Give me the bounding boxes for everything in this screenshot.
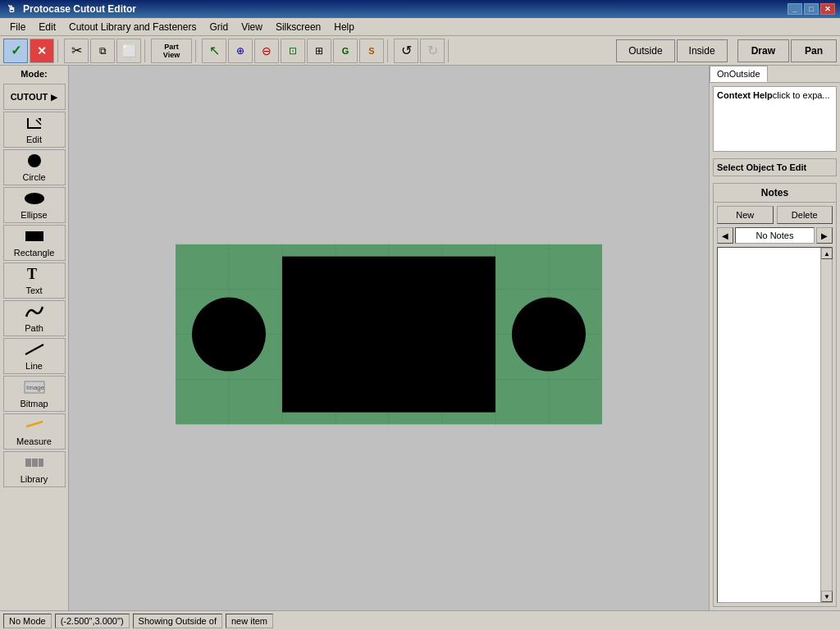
toolbar-sep-2: [144, 39, 148, 62]
cut-button[interactable]: ✂: [64, 39, 89, 63]
notes-controls: New Delete: [714, 203, 836, 227]
edit-icon: [25, 115, 44, 133]
menu-silkscreen[interactable]: Silkscreen: [269, 20, 327, 34]
confirm-button[interactable]: ✓: [3, 39, 28, 63]
tool-edit-label: Edit: [26, 135, 42, 144]
part-drawing: [176, 244, 602, 425]
zoom-out-button[interactable]: ⊖: [254, 39, 279, 63]
svg-rect-10: [25, 459, 31, 467]
path-icon: [23, 304, 46, 322]
mode-label: Mode:: [21, 69, 47, 79]
outside-button[interactable]: Outside: [616, 39, 674, 62]
maximize-button[interactable]: □: [804, 3, 819, 15]
svg-rect-24: [282, 257, 495, 413]
svg-text:Image: Image: [26, 384, 45, 391]
menu-grid[interactable]: Grid: [203, 20, 235, 34]
select-object-label: Select Object To Edit: [713, 158, 837, 176]
close-button[interactable]: ✕: [820, 3, 835, 15]
tool-library-label: Library: [21, 474, 48, 484]
left-toolbar: Mode: CUTOUT ▶ Edit Circle: [0, 66, 69, 610]
menu-file[interactable]: File: [3, 20, 32, 34]
tool-edit-button[interactable]: Edit: [3, 112, 66, 148]
window-controls: _ □ ✕: [788, 3, 835, 15]
part-view-label: Part: [164, 43, 179, 51]
tool-ellipse-button[interactable]: Ellipse: [3, 187, 66, 223]
mode-cutout-button[interactable]: CUTOUT ▶: [3, 84, 66, 110]
grid-size-button[interactable]: G: [333, 39, 358, 63]
app-icon: 🖱: [5, 2, 18, 16]
toolbar-sep-5: [448, 39, 451, 62]
scroll-down-button[interactable]: ▼: [821, 591, 833, 602]
main-area: Mode: CUTOUT ▶ Edit Circle: [0, 66, 840, 610]
rectangle-icon: [23, 228, 46, 246]
tool-text-label: Text: [25, 285, 42, 295]
draw-button[interactable]: Draw: [737, 39, 789, 62]
tool-line-label: Line: [25, 361, 43, 371]
menu-bar: File Edit Cutout Library and Fasteners G…: [0, 18, 840, 36]
toolbar: ✓ ✕ ✂ ⧉ ⬜ Part View ↖ ⊕ ⊖ ⊡ ⊞ G S ↺ ↻ Ou…: [0, 36, 840, 66]
redo-button[interactable]: ↻: [420, 39, 445, 63]
tool-library-button[interactable]: Library: [3, 451, 66, 487]
scroll-up-button[interactable]: ▲: [821, 248, 833, 259]
svg-marker-0: [38, 118, 41, 121]
svg-rect-4: [25, 231, 43, 241]
notes-delete-button[interactable]: Delete: [777, 206, 833, 224]
toolbar-sep-4: [387, 39, 390, 62]
status-mode: No Mode: [3, 614, 52, 628]
paste-button[interactable]: ⬜: [116, 39, 141, 63]
notes-panel: Notes New Delete ◀ No Notes ▶ ▲ ▼: [713, 183, 837, 607]
inside-button[interactable]: Inside: [677, 39, 728, 62]
tool-measure-button[interactable]: Measure: [3, 413, 66, 450]
svg-text:T: T: [27, 266, 37, 282]
pointer-button[interactable]: ↖: [202, 39, 226, 63]
tool-circle-button[interactable]: Circle: [3, 149, 66, 185]
tool-line-button[interactable]: Line: [3, 338, 66, 374]
tool-rectangle-label: Rectangle: [14, 248, 55, 258]
minimize-button[interactable]: _: [788, 3, 802, 15]
measure-icon: [23, 417, 46, 435]
context-help-panel[interactable]: Context Helpclick to expa...: [713, 86, 837, 152]
pan-button[interactable]: Pan: [791, 39, 837, 62]
text-icon: T: [25, 266, 44, 284]
zoom-region-button[interactable]: ⊕: [228, 39, 253, 63]
status-bar: No Mode (-2.500",3.000") Showing Outside…: [0, 610, 840, 630]
menu-view[interactable]: View: [235, 20, 269, 34]
notes-title: Notes: [714, 184, 836, 203]
snap-button[interactable]: S: [359, 39, 384, 63]
menu-edit[interactable]: Edit: [32, 20, 62, 34]
status-showing: Showing Outside of: [133, 614, 222, 628]
part-view-button[interactable]: Part View: [151, 39, 192, 63]
tool-rectangle-button[interactable]: Rectangle: [3, 225, 66, 261]
toolbar-sep-1: [57, 39, 61, 62]
toolbar-sep-3: [195, 39, 199, 62]
notes-text-area[interactable]: ▲ ▼: [717, 247, 833, 603]
undo-button[interactable]: ↺: [394, 39, 418, 63]
fit-button[interactable]: ⊡: [281, 39, 305, 63]
tool-bitmap-button[interactable]: Image Bitmap: [3, 376, 66, 412]
svg-rect-12: [39, 459, 43, 467]
tool-ellipse-label: Ellipse: [21, 210, 47, 220]
circle-icon: [25, 153, 44, 171]
tool-path-button[interactable]: Path: [3, 300, 66, 336]
cancel-button[interactable]: ✕: [30, 39, 54, 63]
canvas-area[interactable]: [69, 66, 709, 610]
library-icon: [23, 454, 46, 472]
notes-next-button[interactable]: ▶: [816, 227, 833, 244]
notes-new-button[interactable]: New: [717, 206, 774, 224]
part-view-label2: View: [163, 51, 180, 59]
ellipse-icon: [23, 190, 46, 208]
tool-circle-label: Circle: [22, 172, 45, 182]
copy-button[interactable]: ⧉: [90, 39, 115, 63]
tool-bitmap-label: Bitmap: [20, 399, 48, 409]
status-item: new item: [226, 614, 273, 628]
tab-bar: OnOutside: [710, 66, 840, 83]
window-title: Protocase Cutout Editor: [23, 3, 788, 15]
menu-help[interactable]: Help: [327, 20, 361, 34]
grid-toggle-button[interactable]: ⊞: [307, 39, 331, 63]
notes-scrollbar[interactable]: ▲ ▼: [820, 248, 832, 602]
notes-prev-button[interactable]: ◀: [717, 227, 733, 244]
notes-nav: ◀ No Notes ▶: [714, 227, 836, 247]
tab-on-outside[interactable]: OnOutside: [710, 66, 768, 82]
menu-cutout-library[interactable]: Cutout Library and Fasteners: [62, 20, 203, 34]
tool-text-button[interactable]: T Text: [3, 262, 66, 299]
